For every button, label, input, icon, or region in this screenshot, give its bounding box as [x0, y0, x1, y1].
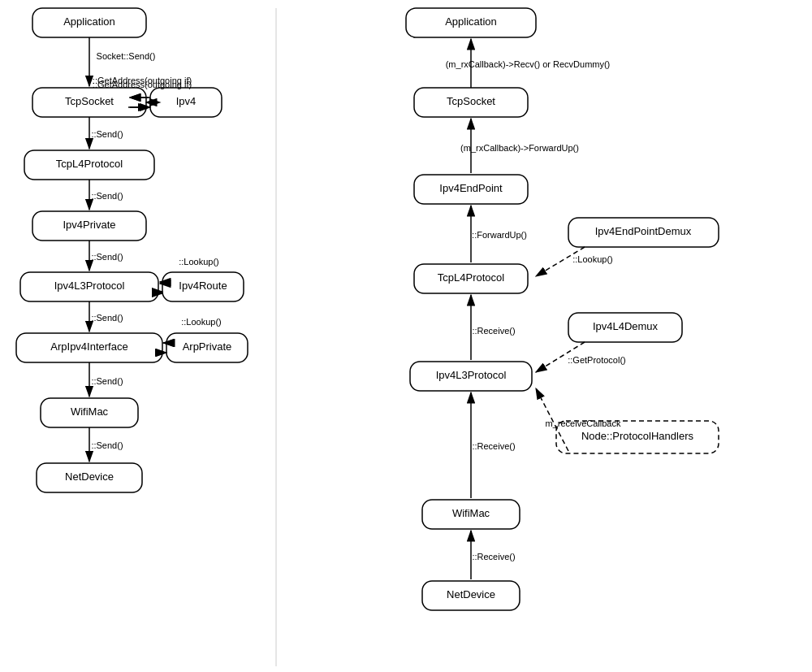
- label-wifimac-right: WifiMac: [452, 507, 490, 519]
- label-ipv4private: Ipv4Private: [63, 219, 115, 231]
- label-getaddress-text: ::GetAddress(outgoing if): [93, 80, 192, 89]
- label-send-1: ::Send(): [91, 129, 123, 139]
- label-tcpl4-right: TcpL4Protocol: [438, 271, 504, 284]
- label-lookup-2: ::Lookup(): [181, 317, 222, 327]
- label-ipv4route: Ipv4Route: [179, 280, 227, 292]
- label-netdevice-right: NetDevice: [447, 588, 495, 600]
- label-application-left: Application: [63, 15, 115, 28]
- label-send-3: ::Send(): [91, 252, 123, 262]
- diagram-container: Application Socket::Send() TcpSocket Ipv…: [0, 0, 812, 672]
- label-send-6: ::Send(): [91, 440, 123, 450]
- label-arpprivate: ArpPrivate: [183, 340, 232, 353]
- label-wifimac-left: WifiMac: [71, 405, 109, 418]
- label-ipv4l3-right: Ipv4L3Protocol: [436, 369, 507, 381]
- label-getprotocol: ::GetProtocol(): [568, 355, 626, 365]
- label-ipv4endpointdemux: Ipv4EndPointDemux: [595, 225, 692, 237]
- label-tcpsocket-left: TcpSocket: [65, 95, 114, 107]
- label-ipv4l4demux: Ipv4L4Demux: [593, 320, 659, 332]
- label-rxcallback-recv: (m_rxCallback)->Recv() or RecvDummy(): [446, 59, 611, 69]
- label-forwardup-right: ::ForwardUp(): [472, 230, 527, 240]
- label-ipv4endpoint: Ipv4EndPoint: [439, 182, 503, 194]
- label-forwardup-callback: (m_rxCallback)->ForwardUp(): [460, 143, 579, 153]
- label-receivecallback: m_receiveCallback: [546, 418, 621, 428]
- label-lookup-right: ::Lookup(): [572, 254, 613, 264]
- label-tcpsocket-right: TcpSocket: [447, 95, 495, 107]
- label-netdevice-left: NetDevice: [65, 470, 114, 483]
- label-ipv4l3-left: Ipv4L3Protocol: [54, 280, 125, 292]
- label-lookup-1: ::Lookup(): [179, 257, 219, 267]
- label-receive-3: ::Receive(): [472, 552, 515, 561]
- label-socket-send: Socket::Send(): [97, 51, 156, 61]
- label-send-4: ::Send(): [91, 313, 123, 323]
- label-receive-2: ::Receive(): [472, 441, 515, 451]
- label-tcpl4-left: TcpL4Protocol: [56, 158, 123, 170]
- flow-diagram: Application Socket::Send() TcpSocket Ipv…: [0, 0, 812, 672]
- label-arpipv4: ArpIpv4Interface: [50, 340, 127, 353]
- label-protocolhandlers: Node::ProtocolHandlers: [581, 430, 694, 442]
- label-receive-1: ::Receive(): [472, 326, 515, 336]
- label-send-5: ::Send(): [91, 376, 123, 386]
- label-send-2: ::Send(): [91, 191, 123, 201]
- label-ipv4-left: Ipv4: [176, 95, 197, 107]
- label-application-right: Application: [445, 15, 497, 28]
